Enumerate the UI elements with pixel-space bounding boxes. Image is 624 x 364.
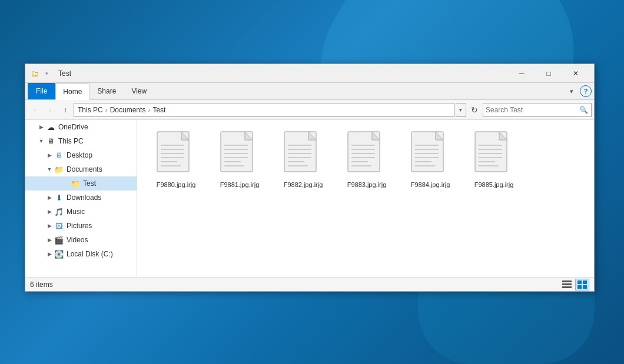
minimize-button[interactable]: ─ bbox=[508, 64, 535, 83]
svg-rect-61 bbox=[562, 283, 572, 285]
path-segment-this-pc[interactable]: This PC bbox=[78, 106, 103, 114]
view-buttons bbox=[560, 279, 589, 290]
search-icon[interactable]: 🔍 bbox=[578, 104, 589, 116]
file-name: F9882.jpg.irjg bbox=[284, 181, 323, 188]
files-grid: F9880.jpg.irjg bbox=[147, 127, 585, 192]
title-bar: 🗂 ▾ Test ─ □ ✕ bbox=[25, 64, 594, 83]
file-item[interactable]: F9884.jpg.irjg bbox=[401, 127, 460, 192]
expand-icon-desktop: ▶ bbox=[45, 151, 54, 159]
file-icon bbox=[346, 131, 388, 179]
sidebar-item-test[interactable]: ▶ 📁 Test bbox=[25, 176, 137, 191]
svg-rect-62 bbox=[562, 286, 572, 288]
expand-icon: ▶ bbox=[37, 123, 45, 131]
title-folder-icon: 🗂 bbox=[30, 69, 39, 78]
close-button[interactable]: ✕ bbox=[562, 64, 589, 83]
ribbon: File Home Share View ▾ ? bbox=[25, 83, 594, 100]
sidebar-label-documents: Documents bbox=[67, 165, 102, 173]
file-name: F9883.jpg.irjg bbox=[347, 181, 387, 188]
back-button[interactable]: ‹ bbox=[28, 103, 42, 117]
svg-rect-63 bbox=[577, 280, 582, 284]
sidebar-item-local-disk[interactable]: ▶ 💽 Local Disk (C:) bbox=[25, 247, 137, 261]
ribbon-collapse-icon[interactable]: ▾ bbox=[566, 85, 577, 97]
sidebar: ▶ ☁ OneDrive ▼ 🖥 This PC ▶ 🖥 Desktop ▼ 📁… bbox=[25, 120, 137, 277]
file-icon bbox=[218, 131, 261, 179]
window-controls: ─ □ ✕ bbox=[508, 64, 589, 83]
ribbon-expand: ▾ ? bbox=[566, 85, 592, 97]
desktop-icon: 🖥 bbox=[54, 150, 64, 161]
sidebar-item-music[interactable]: ▶ 🎵 Music bbox=[25, 205, 137, 219]
file-icon bbox=[473, 131, 515, 179]
sidebar-item-this-pc[interactable]: ▼ 🖥 This PC bbox=[25, 134, 137, 148]
svg-rect-60 bbox=[562, 280, 572, 282]
sidebar-label-local-disk: Local Disk (C:) bbox=[67, 250, 113, 258]
pictures-icon: 🖼 bbox=[54, 221, 64, 231]
search-box: 🔍 bbox=[483, 103, 592, 117]
file-icon bbox=[155, 131, 197, 179]
maximize-button[interactable]: □ bbox=[535, 64, 562, 83]
tab-view[interactable]: View bbox=[124, 83, 154, 99]
this-pc-icon: 🖥 bbox=[45, 136, 56, 146]
file-name: F9885.jpg.irjg bbox=[474, 181, 514, 188]
sidebar-label-downloads: Downloads bbox=[67, 193, 101, 202]
file-item[interactable]: F9885.jpg.irjg bbox=[464, 127, 523, 192]
file-explorer-window: 🗂 ▾ Test ─ □ ✕ File Home Share View ▾ ? … bbox=[25, 64, 595, 292]
large-icons-view-button[interactable] bbox=[575, 279, 589, 290]
path-segments: This PC › Documents › Test bbox=[78, 106, 165, 114]
documents-icon: 📁 bbox=[54, 164, 64, 175]
file-name: F9884.jpg.irjg bbox=[411, 181, 450, 188]
expand-icon-music: ▶ bbox=[45, 208, 54, 216]
sidebar-item-pictures[interactable]: ▶ 🖼 Pictures bbox=[25, 219, 137, 233]
help-icon[interactable]: ? bbox=[580, 85, 592, 97]
sidebar-item-documents[interactable]: ▼ 📁 Documents bbox=[25, 162, 137, 176]
address-dropdown-button[interactable]: ▾ bbox=[456, 103, 466, 117]
address-bar: ‹ › ↑ This PC › Documents › Test ▾ ↻ 🔍 bbox=[25, 100, 594, 120]
address-path[interactable]: This PC › Documents › Test bbox=[74, 103, 454, 117]
sidebar-label-pictures: Pictures bbox=[67, 222, 92, 230]
main-area: ▶ ☁ OneDrive ▼ 🖥 This PC ▶ 🖥 Desktop ▼ 📁… bbox=[25, 120, 594, 277]
file-name: F9880.jpg.irjg bbox=[157, 181, 196, 188]
file-item[interactable]: F9882.jpg.irjg bbox=[274, 127, 333, 192]
expand-icon-this-pc: ▼ bbox=[37, 137, 45, 145]
window-title: Test bbox=[58, 69, 508, 78]
sidebar-label-videos: Videos bbox=[67, 236, 88, 244]
status-bar: 6 items bbox=[25, 277, 594, 291]
onedrive-icon: ☁ bbox=[45, 122, 56, 132]
up-button[interactable]: ↑ bbox=[58, 103, 72, 117]
sidebar-label-onedrive: OneDrive bbox=[58, 123, 88, 131]
tab-share[interactable]: Share bbox=[89, 83, 124, 99]
tab-file[interactable]: File bbox=[28, 83, 55, 99]
file-area: F9880.jpg.irjg bbox=[137, 120, 594, 277]
forward-button[interactable]: › bbox=[43, 103, 57, 117]
file-icon bbox=[409, 131, 452, 179]
sidebar-label-test: Test bbox=[83, 179, 96, 188]
file-item[interactable]: F9881.jpg.irjg bbox=[210, 127, 269, 192]
music-icon: 🎵 bbox=[54, 206, 64, 217]
sidebar-item-videos[interactable]: ▶ 🎬 Videos bbox=[25, 233, 137, 247]
search-input[interactable] bbox=[486, 106, 578, 114]
sidebar-label-desktop: Desktop bbox=[67, 151, 92, 159]
title-bar-icons: 🗂 ▾ bbox=[30, 69, 51, 78]
ribbon-tabs: File Home Share View ▾ ? bbox=[25, 83, 594, 99]
svg-rect-66 bbox=[583, 285, 587, 289]
expand-icon-local-disk: ▶ bbox=[45, 250, 54, 258]
sidebar-label-this-pc: This PC bbox=[58, 137, 84, 145]
path-segment-test[interactable]: Test bbox=[152, 106, 165, 114]
tab-home[interactable]: Home bbox=[55, 84, 89, 100]
refresh-button[interactable]: ↻ bbox=[467, 103, 482, 117]
test-icon: 📁 bbox=[70, 178, 81, 189]
downloads-icon: ⬇ bbox=[54, 192, 64, 203]
file-item[interactable]: F9880.jpg.irjg bbox=[147, 127, 205, 192]
file-item[interactable]: F9883.jpg.irjg bbox=[337, 127, 396, 192]
expand-icon-downloads: ▶ bbox=[45, 193, 54, 202]
local-disk-icon: 💽 bbox=[54, 249, 64, 259]
sidebar-item-desktop[interactable]: ▶ 🖥 Desktop bbox=[25, 148, 137, 162]
details-view-button[interactable] bbox=[560, 279, 574, 290]
item-count: 6 items bbox=[30, 280, 53, 289]
expand-icon-pictures: ▶ bbox=[45, 222, 54, 230]
quick-access-icon: ▾ bbox=[42, 69, 51, 78]
file-icon bbox=[282, 131, 324, 179]
svg-rect-65 bbox=[577, 285, 582, 289]
path-segment-documents[interactable]: Documents bbox=[110, 106, 146, 114]
sidebar-item-onedrive[interactable]: ▶ ☁ OneDrive bbox=[25, 120, 137, 134]
sidebar-item-downloads[interactable]: ▶ ⬇ Downloads bbox=[25, 191, 137, 205]
